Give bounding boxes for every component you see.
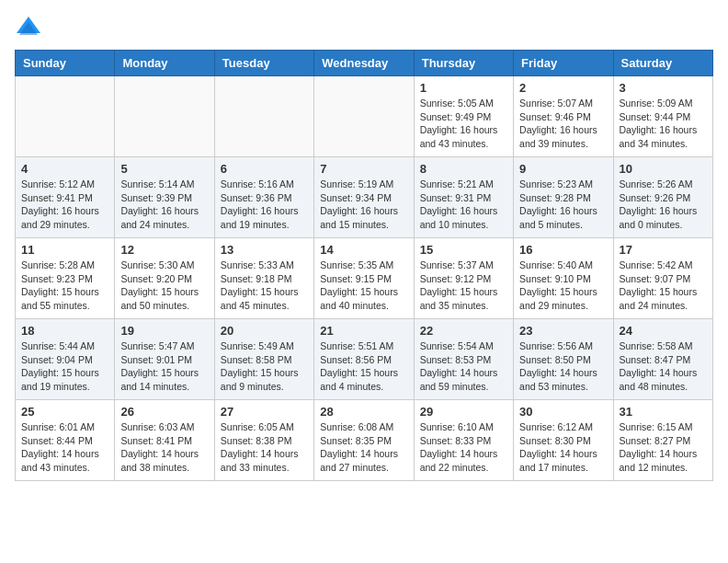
day-info: Sunrise: 5:07 AM Sunset: 9:46 PM Dayligh…	[519, 97, 607, 151]
day-number: 7	[320, 162, 407, 176]
day-number: 31	[620, 405, 707, 419]
calendar-day-cell: 20Sunrise: 5:49 AM Sunset: 8:58 PM Dayli…	[214, 319, 313, 400]
day-number: 13	[221, 243, 308, 257]
day-info: Sunrise: 5:05 AM Sunset: 9:49 PM Dayligh…	[420, 97, 507, 151]
calendar-day-cell: 19Sunrise: 5:47 AM Sunset: 9:01 PM Dayli…	[115, 319, 214, 400]
calendar-day-cell: 6Sunrise: 5:16 AM Sunset: 9:36 PM Daylig…	[214, 157, 313, 238]
calendar-day-cell	[214, 76, 313, 157]
calendar-day-header: Sunday	[16, 51, 115, 76]
logo	[15, 15, 46, 42]
day-number: 21	[320, 324, 407, 338]
calendar-day-cell: 25Sunrise: 6:01 AM Sunset: 8:44 PM Dayli…	[16, 400, 115, 481]
day-info: Sunrise: 5:37 AM Sunset: 9:12 PM Dayligh…	[420, 259, 507, 313]
calendar-day-cell: 24Sunrise: 5:58 AM Sunset: 8:47 PM Dayli…	[613, 319, 712, 400]
day-number: 20	[221, 324, 308, 338]
calendar-day-cell: 2Sunrise: 5:07 AM Sunset: 9:46 PM Daylig…	[514, 76, 613, 157]
day-number: 3	[620, 81, 707, 95]
calendar-week-row: 25Sunrise: 6:01 AM Sunset: 8:44 PM Dayli…	[16, 400, 713, 481]
calendar-day-cell: 30Sunrise: 6:12 AM Sunset: 8:30 PM Dayli…	[514, 400, 613, 481]
calendar-day-cell: 8Sunrise: 5:21 AM Sunset: 9:31 PM Daylig…	[414, 157, 513, 238]
day-info: Sunrise: 6:10 AM Sunset: 8:33 PM Dayligh…	[420, 420, 507, 475]
day-number: 29	[420, 405, 507, 419]
day-number: 24	[620, 324, 707, 338]
day-number: 10	[620, 162, 707, 176]
calendar-day-cell: 4Sunrise: 5:12 AM Sunset: 9:41 PM Daylig…	[16, 157, 115, 238]
day-info: Sunrise: 5:51 AM Sunset: 8:56 PM Dayligh…	[320, 339, 407, 394]
day-info: Sunrise: 5:21 AM Sunset: 9:31 PM Dayligh…	[420, 178, 507, 232]
calendar-day-cell: 31Sunrise: 6:15 AM Sunset: 8:27 PM Dayli…	[613, 400, 712, 481]
calendar-day-cell: 18Sunrise: 5:44 AM Sunset: 9:04 PM Dayli…	[16, 319, 115, 400]
day-info: Sunrise: 5:42 AM Sunset: 9:07 PM Dayligh…	[620, 259, 707, 313]
calendar-day-header: Friday	[514, 51, 613, 76]
day-info: Sunrise: 5:12 AM Sunset: 9:41 PM Dayligh…	[21, 178, 108, 232]
calendar-day-cell: 7Sunrise: 5:19 AM Sunset: 9:34 PM Daylig…	[314, 157, 414, 238]
calendar-day-cell: 12Sunrise: 5:30 AM Sunset: 9:20 PM Dayli…	[115, 238, 214, 319]
day-number: 4	[21, 162, 108, 176]
calendar-day-cell: 13Sunrise: 5:33 AM Sunset: 9:18 PM Dayli…	[214, 238, 313, 319]
day-info: Sunrise: 5:58 AM Sunset: 8:47 PM Dayligh…	[620, 339, 707, 394]
calendar-day-cell: 9Sunrise: 5:23 AM Sunset: 9:28 PM Daylig…	[514, 157, 613, 238]
day-number: 22	[420, 324, 507, 338]
day-info: Sunrise: 5:40 AM Sunset: 9:10 PM Dayligh…	[519, 259, 607, 313]
calendar-day-cell: 21Sunrise: 5:51 AM Sunset: 8:56 PM Dayli…	[314, 319, 414, 400]
day-info: Sunrise: 5:09 AM Sunset: 9:44 PM Dayligh…	[620, 97, 707, 151]
calendar-day-cell: 17Sunrise: 5:42 AM Sunset: 9:07 PM Dayli…	[613, 238, 712, 319]
day-info: Sunrise: 5:47 AM Sunset: 9:01 PM Dayligh…	[120, 339, 208, 394]
day-info: Sunrise: 5:14 AM Sunset: 9:39 PM Dayligh…	[120, 178, 208, 232]
calendar-table: SundayMondayTuesdayWednesdayThursdayFrid…	[15, 50, 713, 481]
calendar-day-cell: 14Sunrise: 5:35 AM Sunset: 9:15 PM Dayli…	[314, 238, 414, 319]
day-info: Sunrise: 5:30 AM Sunset: 9:20 PM Dayligh…	[120, 259, 208, 313]
day-info: Sunrise: 6:03 AM Sunset: 8:41 PM Dayligh…	[120, 420, 208, 475]
day-info: Sunrise: 6:08 AM Sunset: 8:35 PM Dayligh…	[320, 420, 407, 475]
calendar-day-cell: 16Sunrise: 5:40 AM Sunset: 9:10 PM Dayli…	[514, 238, 613, 319]
day-number: 14	[320, 243, 407, 257]
calendar-day-header: Wednesday	[314, 51, 414, 76]
day-info: Sunrise: 5:28 AM Sunset: 9:23 PM Dayligh…	[21, 259, 108, 313]
calendar-day-header: Saturday	[613, 51, 712, 76]
day-number: 5	[120, 162, 208, 176]
calendar-week-row: 18Sunrise: 5:44 AM Sunset: 9:04 PM Dayli…	[16, 319, 713, 400]
day-number: 15	[420, 243, 507, 257]
day-number: 26	[120, 405, 208, 419]
day-info: Sunrise: 5:44 AM Sunset: 9:04 PM Dayligh…	[21, 339, 108, 394]
calendar-day-cell	[314, 76, 414, 157]
day-number: 25	[21, 405, 108, 419]
calendar-day-cell: 27Sunrise: 6:05 AM Sunset: 8:38 PM Dayli…	[214, 400, 313, 481]
day-info: Sunrise: 5:49 AM Sunset: 8:58 PM Dayligh…	[221, 339, 308, 394]
day-number: 6	[221, 162, 308, 176]
calendar-day-cell: 10Sunrise: 5:26 AM Sunset: 9:26 PM Dayli…	[613, 157, 712, 238]
day-number: 8	[420, 162, 507, 176]
calendar-day-cell: 1Sunrise: 5:05 AM Sunset: 9:49 PM Daylig…	[414, 76, 513, 157]
calendar-day-cell: 26Sunrise: 6:03 AM Sunset: 8:41 PM Dayli…	[115, 400, 214, 481]
calendar-day-cell: 28Sunrise: 6:08 AM Sunset: 8:35 PM Dayli…	[314, 400, 414, 481]
calendar-week-row: 1Sunrise: 5:05 AM Sunset: 9:49 PM Daylig…	[16, 76, 713, 157]
day-number: 30	[519, 405, 607, 419]
day-number: 27	[221, 405, 308, 419]
calendar-day-cell: 22Sunrise: 5:54 AM Sunset: 8:53 PM Dayli…	[414, 319, 513, 400]
day-info: Sunrise: 5:26 AM Sunset: 9:26 PM Dayligh…	[620, 178, 707, 232]
calendar-day-cell: 3Sunrise: 5:09 AM Sunset: 9:44 PM Daylig…	[613, 76, 712, 157]
calendar-day-cell	[115, 76, 214, 157]
day-info: Sunrise: 5:19 AM Sunset: 9:34 PM Dayligh…	[320, 178, 407, 232]
calendar-day-cell: 15Sunrise: 5:37 AM Sunset: 9:12 PM Dayli…	[414, 238, 513, 319]
calendar-day-cell: 11Sunrise: 5:28 AM Sunset: 9:23 PM Dayli…	[16, 238, 115, 319]
day-info: Sunrise: 6:01 AM Sunset: 8:44 PM Dayligh…	[21, 420, 108, 475]
day-number: 11	[21, 243, 108, 257]
calendar-day-cell: 29Sunrise: 6:10 AM Sunset: 8:33 PM Dayli…	[414, 400, 513, 481]
day-number: 18	[21, 324, 108, 338]
day-info: Sunrise: 5:35 AM Sunset: 9:15 PM Dayligh…	[320, 259, 407, 313]
day-info: Sunrise: 5:56 AM Sunset: 8:50 PM Dayligh…	[519, 339, 607, 394]
day-number: 2	[519, 81, 607, 95]
day-number: 1	[420, 81, 507, 95]
day-info: Sunrise: 6:05 AM Sunset: 8:38 PM Dayligh…	[221, 420, 308, 475]
calendar-day-header: Thursday	[414, 51, 513, 76]
calendar-week-row: 4Sunrise: 5:12 AM Sunset: 9:41 PM Daylig…	[16, 157, 713, 238]
day-number: 28	[320, 405, 407, 419]
day-info: Sunrise: 6:12 AM Sunset: 8:30 PM Dayligh…	[519, 420, 607, 475]
day-info: Sunrise: 5:54 AM Sunset: 8:53 PM Dayligh…	[420, 339, 507, 394]
day-number: 23	[519, 324, 607, 338]
day-number: 9	[519, 162, 607, 176]
calendar-day-cell	[16, 76, 115, 157]
logo-icon	[15, 15, 42, 42]
calendar-day-cell: 23Sunrise: 5:56 AM Sunset: 8:50 PM Dayli…	[514, 319, 613, 400]
